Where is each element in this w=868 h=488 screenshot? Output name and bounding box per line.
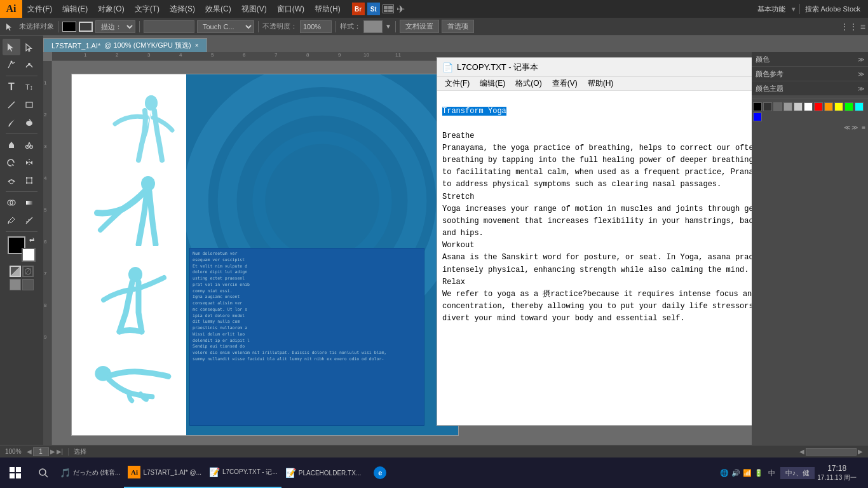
menu-effect[interactable]: 效果(C) bbox=[200, 0, 236, 18]
preferences-btn[interactable]: 首选项 bbox=[442, 20, 474, 33]
tray-icon-4[interactable]: 🔋 bbox=[754, 469, 763, 477]
gradient-tool[interactable] bbox=[20, 194, 38, 211]
taskbar-search[interactable] bbox=[31, 458, 56, 488]
swatch-orange[interactable] bbox=[824, 102, 833, 111]
panel-options-icon[interactable]: ≡ bbox=[862, 124, 865, 131]
panel-expand-left[interactable]: ≪ bbox=[844, 124, 850, 131]
measure-tool[interactable] bbox=[20, 212, 38, 229]
menu-view[interactable]: 视图(V) bbox=[236, 0, 272, 18]
swatch-cyan[interactable] bbox=[855, 102, 864, 111]
rect-tool[interactable] bbox=[20, 97, 38, 113]
panel-expand-right[interactable]: ≫ bbox=[851, 124, 858, 131]
tray-icon-1[interactable]: 🌐 bbox=[720, 469, 729, 477]
free-transform-tool[interactable] bbox=[20, 172, 38, 189]
page-input[interactable] bbox=[33, 447, 49, 456]
taskbar-music-app[interactable]: 🎵 だっため (纯音... bbox=[56, 458, 124, 488]
zoom-level[interactable]: 100% bbox=[5, 448, 22, 455]
normal-mode-btn[interactable] bbox=[10, 279, 21, 290]
tab-close-btn[interactable]: × bbox=[195, 42, 199, 49]
color-panel-header[interactable]: 颜色 ≫ bbox=[752, 52, 868, 66]
touch-type-tool[interactable]: T↕ bbox=[20, 79, 38, 95]
direct-select-tool[interactable] bbox=[20, 39, 38, 55]
swatch-lgray[interactable] bbox=[783, 102, 792, 111]
pattern-mode-btn[interactable]: ∅ bbox=[22, 266, 34, 277]
eraser-tool[interactable] bbox=[3, 137, 20, 153]
zoom-last-btn[interactable]: ▶| bbox=[57, 448, 64, 455]
np-menu-file[interactable]: 文件(F) bbox=[440, 77, 475, 90]
active-document-tab[interactable]: L7START_1.AI* @ 100% (CMYK/GPU 预选) × bbox=[43, 38, 207, 52]
fill-color-box[interactable] bbox=[62, 22, 76, 32]
select-tool[interactable] bbox=[3, 39, 20, 55]
blob-tool[interactable] bbox=[20, 114, 38, 131]
menu-window[interactable]: 窗口(W) bbox=[272, 0, 309, 18]
stroke-weight-select[interactable]: 描边： bbox=[95, 20, 135, 33]
warp-tool[interactable] bbox=[3, 172, 20, 189]
stock-search[interactable]: 搜索 Adobe Stock bbox=[803, 4, 863, 14]
taskbar-ai-app[interactable]: Ai L7START_1.AI* @... bbox=[124, 458, 205, 488]
swatch-green[interactable] bbox=[844, 102, 853, 111]
start-button[interactable] bbox=[0, 458, 31, 488]
menu-help[interactable]: 帮助(H) bbox=[309, 0, 346, 18]
show-desktop-btn[interactable] bbox=[859, 458, 863, 488]
artboard[interactable]: Num doloreetum ver esequam ver suscipist… bbox=[71, 74, 459, 436]
more-options-btn[interactable]: ≡ bbox=[860, 22, 865, 32]
background-color[interactable] bbox=[22, 248, 36, 262]
canvas-scroll-left[interactable]: ◀ bbox=[799, 448, 804, 455]
bridge-icon[interactable]: Br bbox=[352, 3, 365, 15]
paintbrush-tool[interactable] bbox=[3, 114, 20, 131]
stroke-color-box[interactable] bbox=[79, 22, 93, 32]
tray-icon-2[interactable]: 🔊 bbox=[731, 469, 740, 477]
draw-inside-btn[interactable] bbox=[22, 279, 34, 290]
stock-icon[interactable]: St bbox=[367, 3, 380, 15]
brush-select[interactable]: Touch C... bbox=[197, 20, 254, 33]
artboard-text-box[interactable]: Num doloreetum ver esequam ver suscipist… bbox=[189, 248, 424, 426]
menu-file[interactable]: 文件(F) bbox=[22, 0, 57, 18]
workspace-grid-icon[interactable] bbox=[383, 4, 394, 13]
canvas-scrollbar-h[interactable] bbox=[806, 448, 857, 456]
taskbar-edge-app[interactable]: e bbox=[365, 458, 395, 488]
np-menu-edit[interactable]: 编辑(E) bbox=[475, 77, 510, 90]
np-menu-format[interactable]: 格式(O) bbox=[510, 77, 546, 90]
zoom-next-btn[interactable]: ▶ bbox=[50, 448, 55, 455]
eyedropper-tool[interactable] bbox=[3, 212, 20, 229]
canvas-scroll-right[interactable]: ▶ bbox=[858, 448, 863, 455]
tray-icon-3[interactable]: 📶 bbox=[743, 469, 752, 477]
swatch-white[interactable] bbox=[804, 102, 813, 111]
ime-mode-indicator[interactable]: 中♪、健 bbox=[780, 467, 815, 479]
scissors-tool[interactable] bbox=[20, 137, 38, 153]
swatch-red[interactable] bbox=[814, 102, 823, 111]
style-swatch[interactable] bbox=[363, 20, 383, 33]
type-tool[interactable]: T bbox=[3, 79, 20, 95]
pen-tool[interactable] bbox=[3, 57, 20, 73]
swap-colors[interactable]: ⇄ bbox=[29, 236, 34, 243]
rotate-tool[interactable] bbox=[3, 154, 20, 171]
color-ref-panel-header[interactable]: 颜色参考 ≫ bbox=[752, 67, 868, 81]
swatch-dark[interactable] bbox=[763, 102, 772, 111]
np-menu-view[interactable]: 查看(V) bbox=[547, 77, 583, 90]
taskbar-placeholder-app[interactable]: 📝 PLACEHOLDER.TX... bbox=[281, 458, 365, 488]
opacity-input[interactable] bbox=[300, 20, 332, 33]
color-theme-panel-header[interactable]: 颜色主题 ≫ bbox=[752, 81, 868, 95]
clock[interactable]: 17:18 17.11.13 周一 bbox=[817, 463, 857, 483]
doc-settings-btn[interactable]: 文档设置 bbox=[400, 20, 439, 33]
reflect-tool[interactable] bbox=[20, 154, 38, 171]
swatch-blue[interactable] bbox=[753, 112, 762, 121]
arrange-btn[interactable]: ⋮⋮ bbox=[840, 22, 858, 32]
curvature-tool[interactable] bbox=[20, 57, 38, 73]
shape-builder-tool[interactable] bbox=[3, 194, 20, 211]
gradient-mode-btn[interactable] bbox=[10, 266, 21, 277]
swatch-silver[interactable] bbox=[794, 102, 803, 111]
stroke-tool-icon[interactable]: ✈ bbox=[397, 3, 405, 15]
zoom-prev-btn[interactable]: ◀ bbox=[27, 448, 32, 455]
swatch-black[interactable] bbox=[753, 102, 762, 111]
menu-select[interactable]: 选择(S) bbox=[165, 0, 200, 18]
ime-indicator[interactable]: 中 bbox=[766, 467, 778, 479]
menu-text[interactable]: 文字(T) bbox=[130, 0, 165, 18]
swatch-yellow[interactable] bbox=[834, 102, 843, 111]
line-tool[interactable] bbox=[3, 97, 20, 113]
taskbar-notepad-app[interactable]: 📝 L7COPY.TXT - 记... bbox=[205, 458, 281, 488]
menu-object[interactable]: 对象(O) bbox=[93, 0, 129, 18]
np-menu-help[interactable]: 帮助(H) bbox=[583, 77, 619, 90]
workspace-selector[interactable]: 基本功能 bbox=[755, 4, 788, 14]
swatch-gray[interactable] bbox=[773, 102, 782, 111]
